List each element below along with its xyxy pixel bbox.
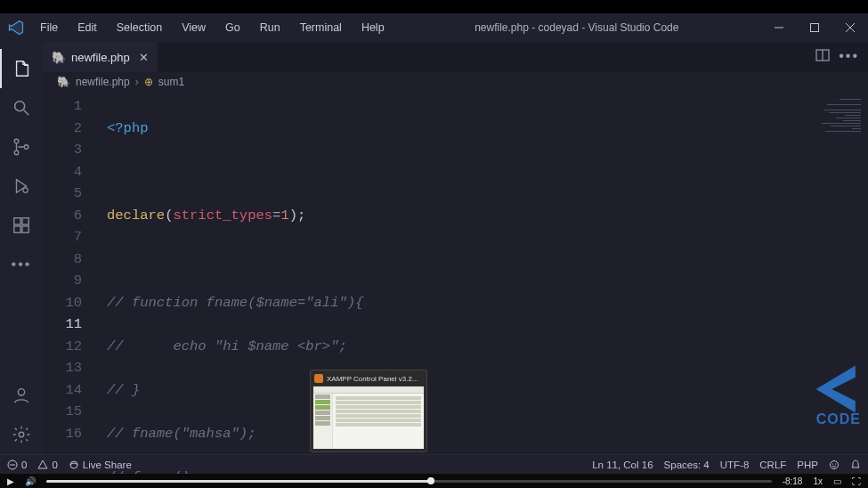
tab-close-icon[interactable]: ✕: [139, 51, 149, 64]
problems-indicator[interactable]: 0: [37, 460, 57, 470]
svg-point-20: [70, 461, 77, 468]
menu-bar: File Edit Selection View Go Run Terminal…: [32, 16, 393, 39]
split-editor-icon[interactable]: [815, 48, 830, 66]
remote-indicator[interactable]: 0: [7, 460, 27, 470]
tab-label: newfile.php: [71, 51, 130, 64]
run-debug-icon[interactable]: [0, 167, 43, 206]
svg-rect-11: [14, 226, 20, 232]
menu-run[interactable]: Run: [252, 16, 288, 39]
svg-point-21: [831, 460, 839, 468]
svg-point-7: [14, 150, 19, 155]
minimize-button[interactable]: [761, 13, 797, 42]
source-control-icon[interactable]: [0, 127, 43, 167]
account-icon[interactable]: [0, 376, 43, 415]
thumbnail-title: XAMPP Control Panel v3.2...: [327, 375, 418, 383]
feedback-icon[interactable]: [829, 460, 840, 470]
fullscreen-icon[interactable]: ⛶: [852, 476, 861, 486]
svg-rect-10: [14, 218, 20, 224]
svg-point-4: [15, 102, 25, 111]
explorer-icon[interactable]: [0, 49, 43, 88]
editor-more-icon[interactable]: •••: [839, 48, 859, 66]
code-content[interactable]: <?php declare(strict_types=1); // functi…: [98, 92, 816, 454]
line-gutter: 1234 5678 9101112 13141516: [43, 92, 98, 454]
window-controls: [761, 13, 868, 42]
svg-rect-13: [22, 218, 28, 224]
php-file-icon: 🐘: [57, 76, 70, 88]
activity-bar: •••: [0, 42, 43, 454]
tabs-row: 🐘 newfile.php ✕ •••: [43, 42, 868, 72]
search-icon[interactable]: [0, 88, 43, 127]
pip-icon[interactable]: ▭: [833, 476, 841, 486]
titlebar: File Edit Selection View Go Run Terminal…: [0, 13, 868, 42]
tab-newfile-php[interactable]: 🐘 newfile.php ✕: [43, 42, 158, 72]
editor-area: 🐘 newfile.php ✕ ••• 🐘 newfile.php › ⊕ su…: [43, 42, 868, 454]
breadcrumb-file: newfile.php: [76, 76, 130, 88]
menu-view[interactable]: View: [174, 16, 214, 39]
breadcrumb[interactable]: 🐘 newfile.php › ⊕ sum1: [43, 72, 868, 92]
chevron-right-icon: ›: [135, 76, 139, 88]
svg-point-23: [835, 463, 836, 464]
settings-gear-icon[interactable]: [0, 415, 43, 454]
seek-bar[interactable]: [46, 480, 772, 483]
minimap[interactable]: [816, 92, 868, 454]
notifications-icon[interactable]: [850, 460, 861, 470]
svg-point-9: [23, 188, 28, 193]
svg-point-6: [14, 139, 19, 143]
breadcrumb-symbol: sum1: [158, 76, 184, 88]
xampp-icon: [314, 374, 323, 383]
php-file-icon: 🐘: [52, 51, 66, 64]
main-area: ••• 🐘 newfile.php ✕ •••: [0, 42, 868, 454]
vscode-logo-icon: [0, 20, 32, 36]
menu-terminal[interactable]: Terminal: [292, 16, 350, 39]
more-icon[interactable]: •••: [0, 245, 43, 284]
editor-actions: •••: [815, 48, 868, 66]
symbol-function-icon: ⊕: [144, 76, 153, 88]
menu-selection[interactable]: Selection: [109, 16, 170, 39]
menu-edit[interactable]: Edit: [69, 16, 105, 39]
extensions-icon[interactable]: [0, 206, 43, 245]
play-icon[interactable]: ▶: [7, 476, 14, 486]
playback-rate[interactable]: 1x: [813, 476, 823, 486]
menu-file[interactable]: File: [32, 16, 66, 39]
taskbar-thumbnail[interactable]: XAMPP Control Panel v3.2...: [310, 370, 427, 452]
svg-rect-12: [22, 226, 28, 232]
volume-icon[interactable]: 🔊: [25, 476, 36, 486]
thumbnail-preview: [312, 386, 425, 450]
menu-go[interactable]: Go: [217, 16, 248, 39]
svg-point-15: [19, 432, 24, 437]
close-button[interactable]: [832, 13, 868, 42]
window-title: newfile.php - codeyad - Visual Studio Co…: [393, 21, 761, 34]
menu-help[interactable]: Help: [353, 16, 393, 39]
svg-point-14: [18, 389, 24, 395]
time-remaining: -8:18: [783, 476, 803, 486]
svg-point-8: [24, 145, 28, 150]
vscode-window: File Edit Selection View Go Run Terminal…: [0, 13, 868, 474]
maximize-button[interactable]: [797, 13, 832, 42]
svg-line-5: [24, 110, 29, 116]
svg-rect-1: [811, 24, 819, 32]
video-player-bar: ▶ 🔊 -8:18 1x ▭ ⛶: [0, 474, 868, 488]
code-editor[interactable]: 1234 5678 9101112 13141516 <?php declare…: [43, 92, 868, 454]
svg-point-22: [832, 463, 833, 464]
